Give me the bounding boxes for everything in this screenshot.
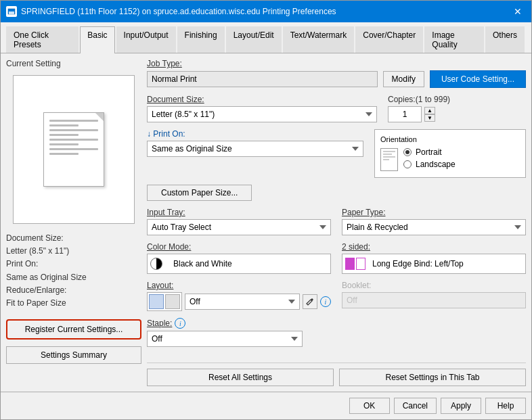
user-code-setting-button[interactable]: User Code Setting... bbox=[430, 70, 526, 88]
doc-line-3 bbox=[49, 129, 98, 131]
tab-basic[interactable]: Basic bbox=[80, 26, 114, 53]
tab-finishing[interactable]: Finishing bbox=[177, 26, 225, 53]
tab-cover-chapter[interactable]: Cover/Chapter bbox=[355, 26, 423, 53]
svg-rect-1 bbox=[9, 11, 14, 14]
apply-button[interactable]: Apply bbox=[441, 398, 481, 414]
footer-buttons: OK Cancel Apply Help bbox=[1, 392, 531, 419]
copies-label: Copies:(1 to 999) bbox=[388, 95, 526, 104]
orientation-box: Orientation bbox=[374, 129, 526, 178]
booklet-select[interactable]: Off bbox=[342, 292, 526, 308]
job-type-row: Modify User Code Setting... bbox=[147, 70, 526, 88]
doc-line-7 bbox=[49, 148, 98, 150]
layout-label: Layout: bbox=[147, 281, 331, 290]
layout-group: Layout: Off 2 Up 4 Up bbox=[147, 281, 331, 311]
job-type-group: Job Type: Modify User Code Setting... bbox=[147, 59, 526, 88]
layout-icons bbox=[147, 292, 182, 311]
staple-row: Staple: i Off Top Left Top Right bbox=[147, 318, 526, 347]
portrait-radio[interactable] bbox=[403, 148, 412, 156]
modify-button[interactable]: Modify bbox=[383, 71, 424, 87]
doc-line-8 bbox=[49, 153, 79, 155]
ok-button[interactable]: OK bbox=[349, 398, 390, 414]
page-icon-left bbox=[345, 258, 355, 270]
layout-select[interactable]: Off 2 Up 4 Up bbox=[185, 294, 300, 310]
orientation-options-labels: Portrait Landscape bbox=[403, 147, 456, 172]
main-window: SPRINGFIELD (11th Floor 1152) on spruce.… bbox=[0, 0, 532, 420]
app-icon bbox=[6, 6, 17, 17]
two-sided-label: 2 sided: bbox=[342, 242, 526, 252]
doc-line-2 bbox=[49, 124, 79, 126]
current-setting-label: Current Setting bbox=[6, 59, 141, 68]
doc-line-1 bbox=[49, 120, 98, 122]
print-on-select[interactable]: Same as Original Size Letter A4 bbox=[147, 141, 363, 157]
layout-info-icon[interactable]: i bbox=[320, 296, 331, 307]
doc-size-label: Document Size: bbox=[6, 232, 141, 245]
print-on-value: Same as Original Size bbox=[6, 271, 141, 284]
print-on-group: ↓ Print On: Same as Original Size Letter… bbox=[147, 129, 363, 178]
paper-type-group: Paper Type: Plain & Recycled Plain Recyc… bbox=[342, 208, 526, 235]
input-tray-label: Input Tray: bbox=[147, 208, 331, 217]
landscape-label: Landscape bbox=[416, 160, 456, 169]
document-size-select[interactable]: Letter (8.5" x 11") A4 Legal bbox=[147, 106, 377, 122]
custom-paper-row: Custom Paper Size... bbox=[147, 185, 526, 201]
right-panel: Job Type: Modify User Code Setting... Do… bbox=[147, 59, 526, 386]
doc-size-value: Letter (8.5" x 11") bbox=[6, 245, 141, 258]
orientation-options: Portrait Landscape bbox=[380, 147, 520, 172]
cancel-button[interactable]: Cancel bbox=[394, 398, 437, 414]
job-type-input[interactable] bbox=[147, 71, 378, 87]
settings-summary-button[interactable]: Settings Summary bbox=[6, 346, 141, 364]
portrait-option[interactable]: Portrait bbox=[403, 147, 456, 157]
orientation-group: Orientation bbox=[374, 129, 526, 178]
custom-paper-button[interactable]: Custom Paper Size... bbox=[147, 185, 252, 201]
landscape-option[interactable]: Landscape bbox=[403, 160, 456, 169]
tab-image-quality[interactable]: Image Quality bbox=[424, 26, 484, 53]
color-mode-group: Color Mode: Black and White Full Color A… bbox=[147, 242, 331, 274]
left-panel: Current Setting Document Size: Letter (8… bbox=[6, 59, 141, 386]
tab-layout-edit[interactable]: Layout/Edit bbox=[226, 26, 282, 53]
tab-others[interactable]: Others bbox=[485, 26, 525, 53]
doc-line-4 bbox=[49, 134, 79, 136]
copies-row: ▲ ▼ bbox=[388, 106, 526, 122]
tab-input-output[interactable]: Input/Output bbox=[116, 26, 176, 53]
input-tray-select[interactable]: Auto Tray Select Tray 1 Tray 2 bbox=[147, 219, 331, 235]
color-mode-row: Black and White Full Color Auto Color Se… bbox=[147, 254, 331, 274]
document-size-group: Document Size: Letter (8.5" x 11") A4 Le… bbox=[147, 95, 377, 122]
reset-tab-settings-button[interactable]: Reset Settings in This Tab bbox=[339, 369, 526, 386]
two-sided-group: 2 sided: Long Edge Bind: Left/Top Short … bbox=[342, 242, 526, 274]
layout-edit-button[interactable] bbox=[303, 294, 317, 309]
staple-group: Staple: i Off Top Left Top Right bbox=[147, 318, 526, 347]
tray-paper-row: Input Tray: Auto Tray Select Tray 1 Tray… bbox=[147, 208, 526, 235]
landscape-radio[interactable] bbox=[403, 160, 412, 168]
staple-label: Staple: bbox=[147, 319, 172, 328]
color-mode-select[interactable]: Black and White Full Color Auto Color Se… bbox=[169, 256, 328, 272]
p-line-4 bbox=[383, 159, 389, 160]
copies-input[interactable] bbox=[388, 106, 422, 122]
copies-down-button[interactable]: ▼ bbox=[424, 114, 435, 122]
doc-line-5 bbox=[49, 139, 98, 141]
tab-text-watermark[interactable]: Text/Watermark bbox=[283, 26, 355, 53]
two-sided-select[interactable]: Long Edge Bind: Left/Top Short Edge Bind… bbox=[368, 256, 523, 272]
reduce-value: Fit to Paper Size bbox=[6, 297, 141, 310]
settings-info: Document Size: Letter (8.5" x 11") Print… bbox=[6, 232, 141, 310]
color-twosided-row: Color Mode: Black and White Full Color A… bbox=[147, 242, 526, 274]
copies-group: Copies:(1 to 999) ▲ ▼ bbox=[388, 95, 526, 122]
close-button[interactable]: ✕ bbox=[510, 5, 526, 18]
staple-select[interactable]: Off Top Left Top Right bbox=[147, 331, 303, 347]
reset-all-settings-button[interactable]: Reset All Settings bbox=[147, 369, 334, 386]
title-bar: SPRINGFIELD (11th Floor 1152) on spruce.… bbox=[1, 1, 531, 22]
help-button[interactable]: Help bbox=[485, 398, 526, 414]
content-area: Current Setting Document Size: Letter (8… bbox=[1, 53, 531, 392]
copies-up-button[interactable]: ▲ bbox=[424, 107, 435, 114]
tab-bar: One Click Presets Basic Input/Output Fin… bbox=[1, 22, 531, 53]
paper-type-select[interactable]: Plain & Recycled Plain Recycled bbox=[342, 219, 526, 235]
copies-spinner: ▲ ▼ bbox=[424, 107, 435, 122]
tab-one-click-presets[interactable]: One Click Presets bbox=[6, 26, 79, 53]
layout-row: Off 2 Up 4 Up i bbox=[147, 292, 331, 311]
layout-icon-left bbox=[149, 294, 164, 309]
print-on-orientation-row: ↓ Print On: Same as Original Size Letter… bbox=[147, 129, 526, 178]
color-mode-label: Color Mode: bbox=[147, 242, 331, 252]
print-on-label: Print On: bbox=[6, 258, 141, 271]
staple-info-icon[interactable]: i bbox=[175, 318, 185, 329]
staple-label-row: Staple: i bbox=[147, 318, 526, 329]
register-current-settings-button[interactable]: Register Current Settings... bbox=[6, 319, 141, 340]
job-type-label: Job Type: bbox=[147, 59, 526, 68]
